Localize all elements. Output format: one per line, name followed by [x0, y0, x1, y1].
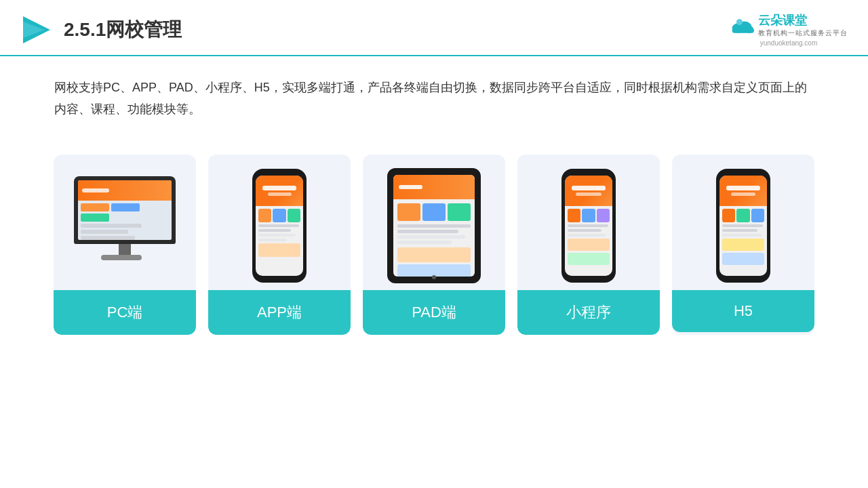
phone-notch: [270, 169, 289, 174]
description-text: 网校支持PC、APP、PAD、小程序、H5，实现多端打通，产品各终端自由切换，数…: [0, 56, 868, 134]
phone-content: [256, 206, 303, 260]
tablet-content: [393, 199, 475, 277]
phone-header: [256, 176, 303, 206]
pc-monitor: [71, 176, 179, 274]
phone-screen: [256, 176, 303, 276]
app-image-area: [208, 155, 351, 290]
mini-content: [565, 206, 612, 268]
pc-label: PC端: [54, 290, 196, 335]
mini-phone-body: [561, 169, 616, 283]
miniprogram-phone: [561, 169, 616, 283]
tablet-body: [387, 168, 481, 283]
pad-label: PAD端: [363, 290, 505, 335]
screen-logo-area: [82, 188, 109, 192]
brand-logo: 云朵课堂 教育机构一站式服务云平台: [730, 12, 848, 38]
mini-header: [565, 176, 612, 206]
app-label: APP端: [208, 290, 351, 335]
page-title: 2.5.1网校管理: [64, 17, 182, 43]
h5-notch: [734, 169, 753, 174]
h5-content: [719, 206, 767, 268]
h5-phone-body: [716, 169, 770, 283]
phone-body: [252, 169, 307, 283]
h5-image-area: [672, 155, 814, 290]
page-header: 2.5.1网校管理 云朵课堂 教育机构一站式服务云平台 yunduoketang…: [0, 0, 868, 56]
tablet-screen: [393, 175, 475, 277]
cloud-icon: [730, 16, 754, 35]
app-phone: [252, 169, 307, 283]
pad-tablet: [387, 168, 481, 283]
header-left: 2.5.1网校管理: [20, 14, 182, 46]
app-card: APP端: [208, 155, 351, 335]
h5-label: H5: [672, 290, 814, 332]
monitor-screen: [78, 180, 172, 240]
h5-card: H5: [672, 155, 814, 335]
screen-header: [78, 180, 172, 201]
monitor-stand: [119, 244, 131, 255]
brand-name: 云朵课堂: [758, 12, 848, 28]
brand-area: 云朵课堂 教育机构一站式服务云平台 yunduoketang.com: [730, 12, 848, 47]
brand-subtitle: 教育机构一站式服务云平台: [758, 28, 848, 38]
monitor-base: [101, 255, 142, 260]
mini-screen: [565, 176, 612, 276]
tablet-home-button: [432, 275, 436, 279]
miniprogram-card: 小程序: [517, 155, 660, 335]
pc-image-area: [54, 155, 196, 290]
screen-content: [78, 201, 172, 240]
h5-screen: [719, 176, 767, 276]
pad-card: PAD端: [363, 155, 505, 335]
brand-text-area: 云朵课堂 教育机构一站式服务云平台: [758, 12, 848, 38]
logo-arrow-icon: [20, 14, 53, 46]
svg-point-6: [736, 19, 743, 25]
h5-header: [719, 176, 767, 206]
miniprogram-label: 小程序: [517, 290, 660, 335]
h5-phone: [716, 169, 770, 283]
miniprogram-image-area: [517, 155, 660, 290]
mini-notch: [579, 169, 598, 174]
pad-image-area: [363, 155, 505, 290]
tablet-header: [393, 175, 475, 199]
svg-rect-5: [732, 28, 754, 33]
device-cards-section: PC端: [0, 141, 868, 348]
pc-card: PC端: [54, 155, 196, 335]
monitor-body: [74, 176, 176, 244]
brand-url: yunduoketang.com: [760, 39, 818, 47]
